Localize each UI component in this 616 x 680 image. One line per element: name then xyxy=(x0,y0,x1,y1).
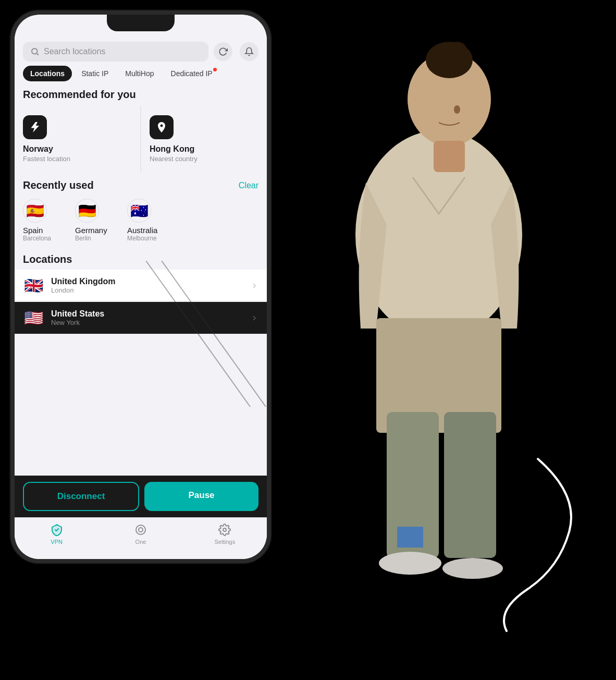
phone-notch xyxy=(107,15,175,31)
uk-flag: 🇬🇧 xyxy=(23,278,44,294)
search-bar: Search locations xyxy=(23,42,258,62)
tab-dedicated-ip[interactable]: Dedicated IP xyxy=(164,66,220,81)
vpn-label: VPN xyxy=(51,539,63,545)
settings-icon xyxy=(218,523,231,537)
search-icon xyxy=(30,47,40,56)
svg-point-19 xyxy=(223,528,226,531)
hong-kong-subtitle: Nearest country xyxy=(150,155,258,163)
nav-item-vpn[interactable]: VPN xyxy=(39,523,75,545)
norway-subtitle: Fastest location xyxy=(23,155,132,163)
rec-card-norway[interactable]: Norway Fastest location xyxy=(15,106,140,172)
action-bar: Disconnect Pause xyxy=(15,476,267,517)
australia-city: Melbourne xyxy=(127,235,157,242)
svg-point-18 xyxy=(139,528,143,532)
pause-button[interactable]: Pause xyxy=(144,482,258,511)
clear-button[interactable]: Clear xyxy=(239,181,258,190)
tab-dot-dedicated xyxy=(213,68,217,71)
one-icon xyxy=(134,523,147,537)
hong-kong-icon xyxy=(150,115,174,139)
settings-label: Settings xyxy=(214,539,235,545)
svg-point-17 xyxy=(136,525,145,535)
recently-title: Recently used xyxy=(23,179,94,191)
vpn-icon xyxy=(50,523,64,537)
hong-kong-country: Hong Kong xyxy=(150,144,258,154)
spain-city: Barcelona xyxy=(23,235,51,242)
spain-flag: 🇪🇸 xyxy=(23,199,47,223)
germany-country: Germany xyxy=(75,226,107,235)
search-input-wrap[interactable]: Search locations xyxy=(23,42,208,62)
spain-country: Spain xyxy=(23,226,43,235)
svg-line-12 xyxy=(146,261,250,407)
recently-row: 🇪🇸 Spain Barcelona 🇩🇪 Germany Berlin xyxy=(15,197,267,248)
nav-item-one[interactable]: One xyxy=(122,523,159,545)
svg-point-14 xyxy=(32,48,38,54)
svg-rect-11 xyxy=(434,141,465,172)
nav-item-settings[interactable]: Settings xyxy=(206,523,243,545)
germany-city: Berlin xyxy=(75,235,91,242)
tabs-row: Locations Static IP MultiHop Dedicated I… xyxy=(23,66,258,81)
tab-multihop[interactable]: MultiHop xyxy=(118,66,161,81)
australia-country: Australia xyxy=(127,226,157,235)
tab-locations[interactable]: Locations xyxy=(23,66,72,81)
svg-point-7 xyxy=(379,552,441,575)
refresh-icon-btn[interactable] xyxy=(214,42,232,61)
bell-icon xyxy=(244,47,254,56)
svg-point-3 xyxy=(447,42,467,63)
recommended-title: Recommended for you xyxy=(15,81,267,106)
bell-icon-btn[interactable] xyxy=(240,42,258,61)
svg-line-13 xyxy=(162,261,266,407)
norway-country: Norway xyxy=(23,144,132,154)
australia-flag: 🇦🇺 xyxy=(127,199,151,223)
recent-item-germany[interactable]: 🇩🇪 Germany Berlin xyxy=(75,199,117,242)
recommended-grid: Norway Fastest location Hong Kong Ne xyxy=(15,106,267,172)
germany-flag: 🇩🇪 xyxy=(75,199,99,223)
header-icons xyxy=(214,42,258,61)
search-placeholder: Search locations xyxy=(44,47,105,56)
recent-item-spain[interactable]: 🇪🇸 Spain Barcelona xyxy=(23,199,65,242)
one-label: One xyxy=(135,539,146,545)
us-flag: 🇺🇸 xyxy=(23,310,44,326)
bottom-nav: VPN One xyxy=(15,517,267,559)
disconnect-button[interactable]: Disconnect xyxy=(23,482,139,511)
refresh-icon xyxy=(218,47,228,56)
norway-icon xyxy=(23,115,47,139)
tab-static-ip[interactable]: Static IP xyxy=(74,66,116,81)
recent-item-australia[interactable]: 🇦🇺 Australia Melbourne xyxy=(127,199,169,242)
svg-point-10 xyxy=(454,105,460,114)
action-buttons: Disconnect Pause xyxy=(23,482,258,511)
rec-card-hong-kong[interactable]: Hong Kong Nearest country xyxy=(141,106,267,172)
svg-rect-9 xyxy=(397,527,423,548)
recently-header: Recently used Clear xyxy=(15,172,267,197)
